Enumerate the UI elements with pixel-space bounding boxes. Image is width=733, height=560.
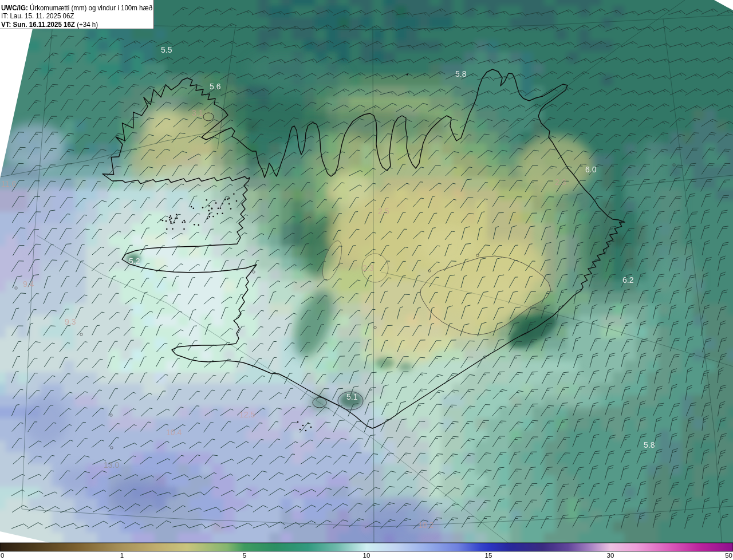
svg-text:10.4: 10.4 [166,428,182,437]
svg-text:UWC/IG: Úrkomumætti (mm) og vi: UWC/IG: Úrkomumætti (mm) og vindur i 100… [1,3,152,12]
svg-text:0: 0 [1,552,4,559]
svg-text:6.0: 6.0 [585,165,597,174]
svg-text:11.6: 11.6 [1,179,16,188]
svg-text:5.8: 5.8 [455,69,467,78]
svg-text:1: 1 [120,552,124,559]
svg-text:5.5: 5.5 [161,45,172,54]
svg-text:10: 10 [363,552,371,559]
svg-text:13.0: 13.0 [104,460,119,470]
svg-text:6.2: 6.2 [622,275,634,285]
svg-text:VT: Sun. 16.11.2025 16Z (+34 h: VT: Sun. 16.11.2025 16Z (+34 h) [1,20,98,29]
svg-text:9.4: 9.4 [23,279,34,289]
svg-text:5.1: 5.1 [346,392,358,401]
svg-text:15: 15 [485,552,492,559]
svg-text:3.1: 3.1 [192,108,203,117]
svg-text:IT: Lau. 15. 11. 2025 06Z: IT: Lau. 15. 11. 2025 06Z [1,12,74,21]
svg-text:9.3: 9.3 [65,317,76,326]
svg-text:5: 5 [243,552,246,559]
svg-text:2.3: 2.3 [555,178,566,187]
svg-text:2.3: 2.3 [362,263,374,273]
svg-text:10.2: 10.2 [418,520,434,530]
svg-text:5.6: 5.6 [210,82,221,91]
svg-text:5.2: 5.2 [129,257,140,266]
svg-text:2.5: 2.5 [378,207,389,216]
svg-text:30: 30 [607,552,614,559]
svg-text:5.8: 5.8 [644,440,655,449]
svg-text:12.5: 12.5 [239,410,255,419]
svg-text:50: 50 [725,552,732,559]
